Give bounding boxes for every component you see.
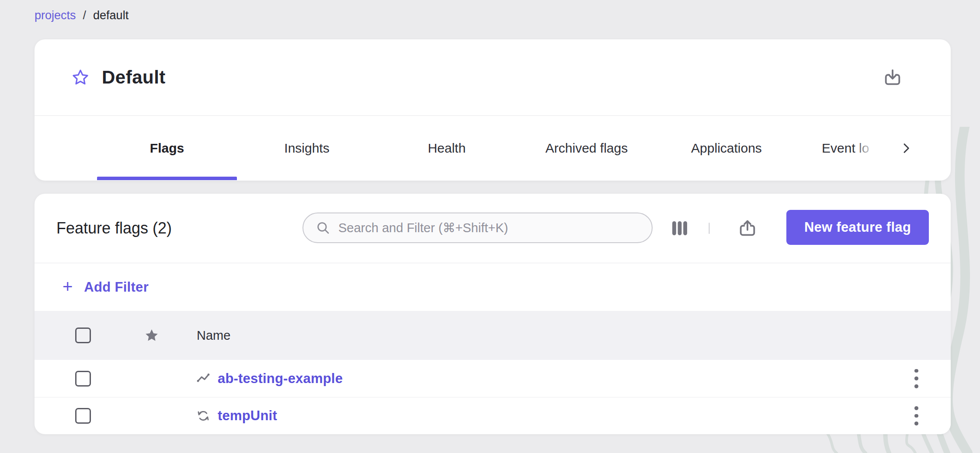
name-column-header: Name — [197, 328, 230, 343]
breadcrumb: projects / default — [35, 9, 129, 22]
row-menu-kebab-icon[interactable] — [908, 369, 924, 388]
feature-flags-page: projects / default Default Flags Insight… — [0, 0, 980, 453]
tabs-row: Flags Insights Health Archived flags App… — [35, 116, 951, 180]
new-feature-flag-button[interactable]: New feature flag — [786, 210, 929, 245]
project-title: Default — [102, 67, 166, 88]
trend-icon — [195, 370, 212, 387]
breadcrumb-projects-link[interactable]: projects — [35, 9, 76, 22]
tab-archived-flags[interactable]: Archived flags — [517, 116, 657, 180]
tab-event-log[interactable]: Event lo — [796, 116, 875, 180]
sync-icon — [195, 408, 212, 424]
add-filter-button[interactable]: + Add Filter — [63, 279, 149, 295]
toolbar-divider — [709, 223, 710, 234]
favorite-star-icon[interactable] — [71, 68, 90, 87]
tab-insights[interactable]: Insights — [237, 116, 377, 180]
table-header-row: Name — [35, 311, 951, 360]
plus-icon: + — [63, 278, 73, 295]
select-all-checkbox[interactable] — [75, 328, 91, 343]
tab-health[interactable]: Health — [377, 116, 517, 180]
search-placeholder: Search and Filter (⌘+Shift+K) — [338, 220, 508, 235]
feature-flags-heading: Feature flags (2) — [56, 219, 172, 237]
flag-link[interactable]: tempUnit — [218, 408, 277, 424]
download-icon[interactable] — [883, 67, 903, 87]
row-checkbox[interactable] — [75, 371, 91, 387]
row-menu-kebab-icon[interactable] — [908, 406, 924, 425]
add-filter-row: + Add Filter — [35, 263, 951, 311]
tab-applications[interactable]: Applications — [657, 116, 796, 180]
flags-toolbar: Feature flags (2) Search and Filter (⌘+S… — [35, 194, 951, 263]
project-card: Default Flags Insights Health Archived f… — [35, 39, 951, 181]
tab-flags-label: Flags — [150, 141, 184, 156]
row-checkbox[interactable] — [75, 408, 91, 424]
export-icon[interactable] — [737, 218, 758, 238]
project-header: Default — [35, 39, 951, 116]
breadcrumb-separator: / — [83, 9, 87, 22]
add-filter-label: Add Filter — [84, 279, 149, 295]
tab-applications-label: Applications — [691, 141, 762, 156]
breadcrumb-current-page: default — [93, 9, 129, 22]
tab-overflow-fade — [853, 116, 875, 180]
flag-link[interactable]: ab-testing-example — [218, 371, 343, 387]
search-icon — [316, 220, 330, 235]
flag-row-tempunit: tempUnit — [35, 397, 951, 434]
tabs-scroll-chevron-right-icon[interactable] — [897, 139, 915, 157]
columns-icon[interactable] — [669, 218, 690, 239]
favorites-column-star-icon — [143, 327, 160, 344]
flag-row-ab-testing-example: ab-testing-example — [35, 360, 951, 397]
search-input[interactable]: Search and Filter (⌘+Shift+K) — [302, 213, 653, 243]
feature-flags-panel: Feature flags (2) Search and Filter (⌘+S… — [35, 194, 951, 434]
tab-archived-flags-label: Archived flags — [546, 141, 628, 156]
tab-flags[interactable]: Flags — [97, 116, 237, 180]
tab-insights-label: Insights — [284, 141, 329, 156]
tab-health-label: Health — [428, 141, 466, 156]
